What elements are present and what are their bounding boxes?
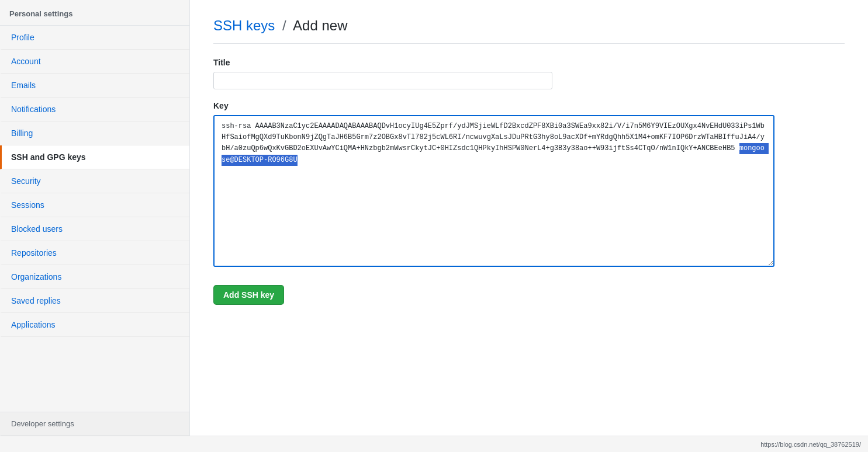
sidebar-footer: Developer settings bbox=[0, 412, 189, 436]
sidebar-item-billing[interactable]: Billing bbox=[0, 121, 189, 145]
sidebar-item-notifications[interactable]: Notifications bbox=[0, 98, 189, 121]
key-field-group: Key bbox=[213, 101, 845, 269]
sidebar: Personal settings Profile Account Emails… bbox=[0, 0, 190, 436]
sidebar-item-developer-settings[interactable]: Developer settings bbox=[0, 412, 189, 436]
page-title: SSH keys / Add new bbox=[213, 18, 845, 34]
sidebar-item-applications[interactable]: Applications bbox=[0, 313, 189, 337]
key-label: Key bbox=[213, 101, 845, 110]
page-header: SSH keys / Add new bbox=[213, 18, 845, 44]
status-bar: https://blog.csdn.net/qq_38762519/ bbox=[0, 436, 868, 452]
sidebar-item-organizations[interactable]: Organizations bbox=[0, 265, 189, 289]
sidebar-item-security[interactable]: Security bbox=[0, 169, 189, 193]
title-input[interactable] bbox=[213, 72, 552, 89]
sidebar-header: Personal settings bbox=[0, 0, 189, 26]
breadcrumb-separator: / bbox=[282, 18, 286, 33]
sidebar-nav: Profile Account Emails Notifications Bil… bbox=[0, 26, 189, 412]
add-ssh-key-form: Title Key Add SSH key bbox=[213, 58, 845, 305]
sidebar-item-profile[interactable]: Profile bbox=[0, 26, 189, 50]
key-textarea[interactable] bbox=[213, 115, 774, 267]
breadcrumb-link[interactable]: SSH keys bbox=[213, 18, 275, 33]
title-field-group: Title bbox=[213, 58, 845, 89]
title-label: Title bbox=[213, 58, 845, 67]
sidebar-item-blocked-users[interactable]: Blocked users bbox=[0, 217, 189, 241]
main-content: SSH keys / Add new Title Key Add SSH key bbox=[190, 0, 868, 436]
status-url: https://blog.csdn.net/qq_38762519/ bbox=[760, 441, 861, 448]
sidebar-item-sessions[interactable]: Sessions bbox=[0, 193, 189, 217]
sidebar-item-ssh-gpg-keys[interactable]: SSH and GPG keys bbox=[0, 145, 189, 169]
sidebar-item-repositories[interactable]: Repositories bbox=[0, 241, 189, 265]
breadcrumb-current: Add new bbox=[293, 18, 347, 33]
sidebar-item-saved-replies[interactable]: Saved replies bbox=[0, 289, 189, 313]
sidebar-item-emails[interactable]: Emails bbox=[0, 74, 189, 98]
add-ssh-key-button[interactable]: Add SSH key bbox=[213, 285, 284, 305]
sidebar-item-account[interactable]: Account bbox=[0, 50, 189, 74]
